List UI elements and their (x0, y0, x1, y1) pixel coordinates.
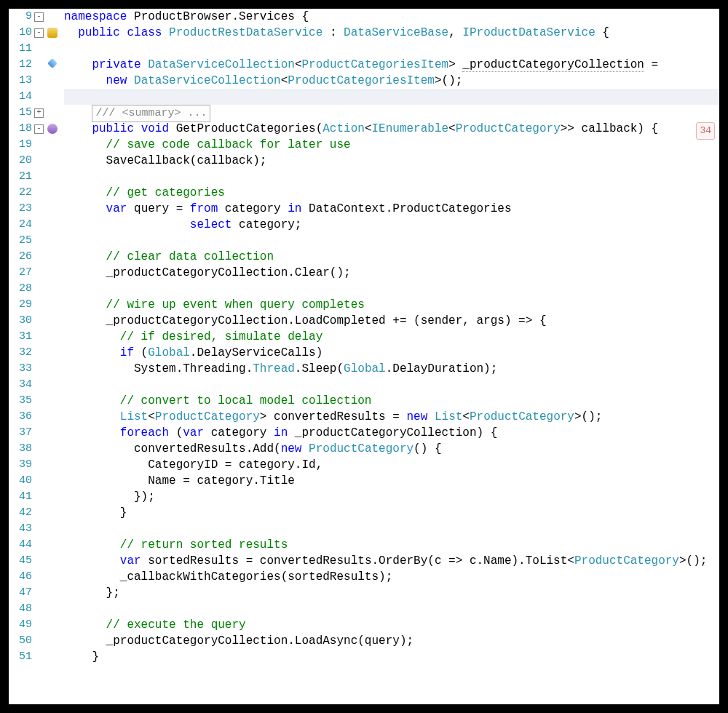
line-number: 42 (9, 505, 33, 521)
line-number: 38 (9, 441, 33, 457)
code-line[interactable] (64, 169, 719, 185)
line-number: 51 (9, 649, 33, 665)
code-line[interactable]: // convert to local model collection (64, 393, 719, 409)
code-line[interactable] (64, 233, 719, 249)
line-number: 29 (9, 297, 33, 313)
code-line[interactable]: List<ProductCategory> convertedResults =… (64, 409, 719, 425)
line-number: 44 (9, 537, 33, 553)
code-line[interactable]: public class ProductRestDataService : Da… (64, 25, 719, 41)
code-line[interactable]: _productCategoryCollection.LoadAsync(que… (64, 633, 719, 649)
line-number: 26 (9, 249, 33, 265)
code-line[interactable] (64, 601, 719, 617)
line-number-gutter: 9101112131415181920212223242526272829303… (9, 9, 33, 704)
code-line[interactable]: var sortedResults = convertedResults.Ord… (64, 553, 719, 569)
code-line[interactable] (64, 281, 719, 297)
line-number: 15 (9, 105, 33, 121)
line-number: 18 (9, 121, 33, 137)
code-line[interactable]: namespace ProductBrowser.Services { (64, 9, 719, 25)
code-line[interactable]: // save code callback for later use (64, 137, 719, 153)
code-editor[interactable]: 9101112131415181920212223242526272829303… (9, 9, 719, 704)
code-line[interactable]: } (64, 505, 719, 521)
code-line[interactable]: }); (64, 489, 719, 505)
line-number: 43 (9, 521, 33, 537)
line-number: 34 (9, 377, 33, 393)
line-number: 45 (9, 553, 33, 569)
code-line[interactable]: var query = from category in DataContext… (64, 201, 719, 217)
code-area[interactable]: namespace ProductBrowser.Services { publ… (64, 9, 719, 704)
code-line[interactable] (64, 89, 719, 105)
glyph-margin (45, 9, 63, 704)
code-line[interactable]: private DataServiceCollection<ProductCat… (64, 57, 719, 73)
code-line[interactable]: public void GetProductCategories(Action<… (64, 121, 719, 137)
line-number: 12 (9, 57, 33, 73)
code-line[interactable]: /// <summary> ... (64, 105, 719, 121)
fold-column: --+- (33, 9, 45, 704)
line-number: 37 (9, 425, 33, 441)
line-number: 19 (9, 137, 33, 153)
code-line[interactable]: // wire up event when query completes (64, 297, 719, 313)
code-line[interactable]: _callbackWithCategories(sortedResults); (64, 569, 719, 585)
line-number: 25 (9, 233, 33, 249)
code-line[interactable]: foreach (var category in _productCategor… (64, 425, 719, 441)
collapsed-summary[interactable]: /// <summary> ... (92, 105, 210, 122)
line-number: 49 (9, 617, 33, 633)
code-line[interactable]: Name = category.Title (64, 473, 719, 489)
code-line[interactable]: CategoryID = category.Id, (64, 457, 719, 473)
line-number: 11 (9, 41, 33, 57)
line-number: 9 (9, 9, 33, 25)
code-line[interactable]: select category; (64, 217, 719, 233)
line-number: 21 (9, 169, 33, 185)
struct-glyph-icon (47, 28, 58, 38)
code-line[interactable]: // return sorted results (64, 537, 719, 553)
line-number: 31 (9, 329, 33, 345)
code-line[interactable]: // clear data collection (64, 249, 719, 265)
fold-toggle[interactable]: - (34, 12, 44, 22)
line-number: 47 (9, 585, 33, 601)
field-glyph-icon (47, 58, 58, 68)
code-line[interactable]: System.Threading.Thread.Sleep(Global.Del… (64, 361, 719, 377)
code-line[interactable]: if (Global.DelayServiceCalls) (64, 345, 719, 361)
line-number: 22 (9, 185, 33, 201)
line-number: 50 (9, 633, 33, 649)
code-line[interactable]: new DataServiceCollection<ProductCategor… (64, 73, 719, 89)
code-line[interactable] (64, 377, 719, 393)
code-line[interactable]: // if desired, simulate delay (64, 329, 719, 345)
line-number: 35 (9, 393, 33, 409)
line-number: 14 (9, 89, 33, 105)
line-number: 41 (9, 489, 33, 505)
fold-toggle[interactable]: - (34, 28, 44, 38)
line-number: 27 (9, 265, 33, 281)
line-number: 48 (9, 601, 33, 617)
line-number: 33 (9, 361, 33, 377)
line-number: 28 (9, 281, 33, 297)
line-number: 13 (9, 73, 33, 89)
code-line[interactable]: convertedResults.Add(new ProductCategory… (64, 441, 719, 457)
line-number: 36 (9, 409, 33, 425)
code-line[interactable]: // execute the query (64, 617, 719, 633)
meth-glyph-icon (47, 124, 58, 134)
line-number: 39 (9, 457, 33, 473)
code-line[interactable]: _productCategoryCollection.LoadCompleted… (64, 313, 719, 329)
line-number: 20 (9, 153, 33, 169)
line-number: 32 (9, 345, 33, 361)
line-number: 40 (9, 473, 33, 489)
fold-toggle[interactable]: + (34, 108, 44, 118)
code-line[interactable]: } (64, 649, 719, 665)
line-number: 46 (9, 569, 33, 585)
code-line[interactable]: }; (64, 585, 719, 601)
line-number: 30 (9, 313, 33, 329)
fold-toggle[interactable]: - (34, 124, 44, 134)
code-line[interactable] (64, 41, 719, 57)
code-line[interactable]: // get categories (64, 185, 719, 201)
code-line[interactable]: SaveCallback(callback); (64, 153, 719, 169)
line-number: 23 (9, 201, 33, 217)
code-line[interactable]: _productCategoryCollection.Clear(); (64, 265, 719, 281)
line-number: 24 (9, 217, 33, 233)
code-line[interactable] (64, 521, 719, 537)
line-number: 10 (9, 25, 33, 41)
